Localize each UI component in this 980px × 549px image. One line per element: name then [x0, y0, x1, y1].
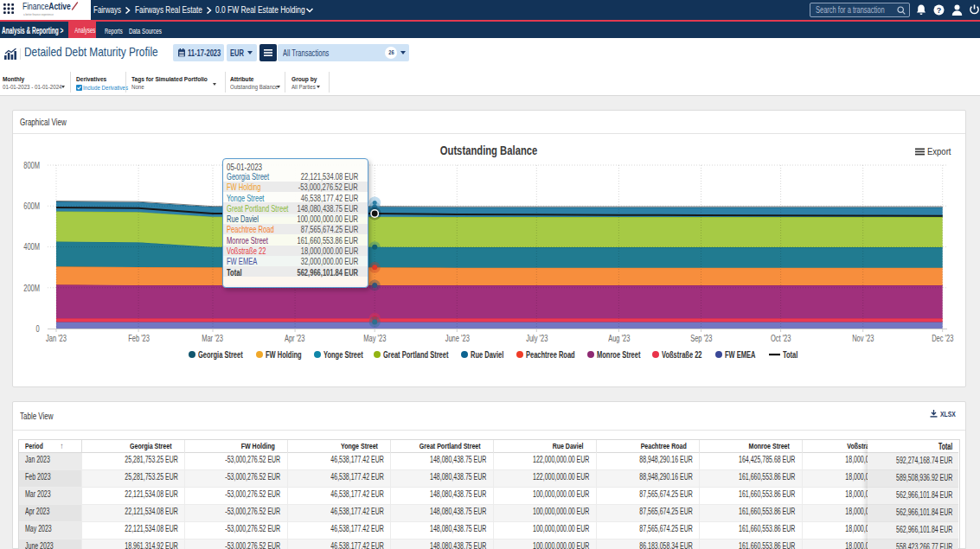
svg-text:?: ? [937, 5, 942, 14]
